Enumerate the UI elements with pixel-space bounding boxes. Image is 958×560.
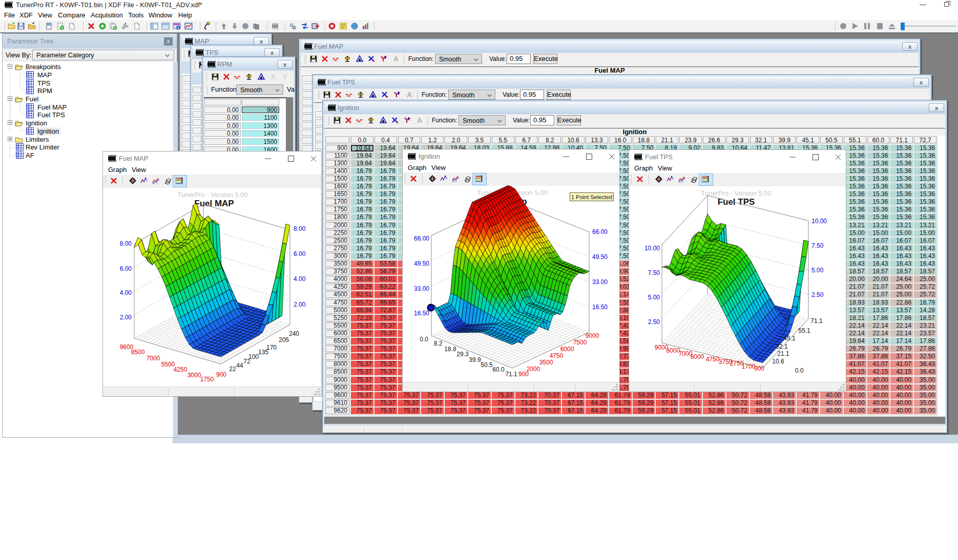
svg-text:2.00: 2.00 xyxy=(120,314,132,321)
svg-text:50.5: 50.5 xyxy=(481,361,493,369)
svg-text:16.50: 16.50 xyxy=(414,310,429,317)
svg-text:900: 900 xyxy=(216,371,226,378)
svg-text:5.00: 5.00 xyxy=(811,267,824,274)
svg-text:8.00: 8.00 xyxy=(120,240,132,247)
svg-text:4750: 4750 xyxy=(550,352,564,359)
svg-text:10.00: 10.00 xyxy=(811,218,827,225)
svg-text:i: i xyxy=(178,26,179,30)
svg-text:0.0: 0.0 xyxy=(795,367,804,374)
svg-text:240: 240 xyxy=(289,330,299,337)
svg-text:5500: 5500 xyxy=(161,361,175,368)
svg-text:8.00: 8.00 xyxy=(294,225,306,232)
svg-text:49.50: 49.50 xyxy=(414,260,429,267)
svg-text:4.00: 4.00 xyxy=(294,275,306,283)
svg-text:A: A xyxy=(417,116,422,124)
svg-text:6000: 6000 xyxy=(560,346,574,353)
svg-text:4750: 4750 xyxy=(706,356,720,363)
svg-text:33.00: 33.00 xyxy=(414,285,429,292)
svg-text:7000: 7000 xyxy=(147,355,160,362)
svg-text:16.50: 16.50 xyxy=(592,304,608,311)
svg-text:1700: 1700 xyxy=(742,363,756,370)
svg-text:8.2: 8.2 xyxy=(434,340,443,347)
svg-text:45.1: 45.1 xyxy=(783,335,796,342)
svg-text:0.0: 0.0 xyxy=(420,336,428,343)
svg-text:3000: 3000 xyxy=(188,372,201,379)
svg-text:100: 100 xyxy=(248,353,259,360)
svg-text:8000: 8000 xyxy=(667,347,680,354)
svg-text:66.00: 66.00 xyxy=(592,228,608,235)
svg-text:5.00: 5.00 xyxy=(648,294,660,301)
svg-text:7.50: 7.50 xyxy=(811,242,824,249)
svg-text:7.50: 7.50 xyxy=(648,269,660,276)
svg-text:10.6: 10.6 xyxy=(772,358,784,365)
svg-text:900: 900 xyxy=(754,365,764,372)
svg-text:29.3: 29.3 xyxy=(456,351,469,358)
svg-text:6000: 6000 xyxy=(691,353,704,360)
svg-text:3500: 3500 xyxy=(539,359,553,366)
svg-text:22: 22 xyxy=(229,365,236,373)
svg-text:9000: 9000 xyxy=(586,332,599,339)
svg-text:71.1: 71.1 xyxy=(505,371,517,378)
svg-text:7500: 7500 xyxy=(573,339,587,346)
svg-text:205: 205 xyxy=(279,336,289,343)
svg-text:44: 44 xyxy=(236,362,243,369)
svg-text:170: 170 xyxy=(266,344,277,351)
svg-text:2.00: 2.00 xyxy=(294,301,306,308)
svg-text:4250: 4250 xyxy=(174,366,188,373)
svg-text:21.1: 21.1 xyxy=(777,350,789,357)
svg-text:33.00: 33.00 xyxy=(592,278,608,286)
svg-text:8500: 8500 xyxy=(131,349,145,356)
svg-text:2.50: 2.50 xyxy=(811,291,824,298)
svg-text:6.00: 6.00 xyxy=(120,265,132,272)
svg-text:32.1: 32.1 xyxy=(776,343,788,350)
svg-text:60.0: 60.0 xyxy=(492,366,505,373)
svg-text:A: A xyxy=(393,55,399,63)
svg-text:55.1: 55.1 xyxy=(798,327,810,334)
svg-text:18.8: 18.8 xyxy=(444,346,456,353)
svg-text:X: X xyxy=(270,73,276,81)
svg-text:49.50: 49.50 xyxy=(592,253,608,261)
svg-text:39.9: 39.9 xyxy=(469,356,481,363)
svg-text:4.00: 4.00 xyxy=(120,289,132,296)
svg-text:66.00: 66.00 xyxy=(414,235,429,242)
svg-text:2000: 2000 xyxy=(527,365,540,373)
svg-text:1750: 1750 xyxy=(200,376,214,383)
svg-text:2.50: 2.50 xyxy=(648,318,660,326)
svg-text:6.00: 6.00 xyxy=(294,250,306,257)
svg-text:A: A xyxy=(407,91,412,99)
svg-text:10.00: 10.00 xyxy=(644,245,660,252)
svg-text:Y: Y xyxy=(282,73,287,81)
svg-text:71.1: 71.1 xyxy=(810,317,823,325)
